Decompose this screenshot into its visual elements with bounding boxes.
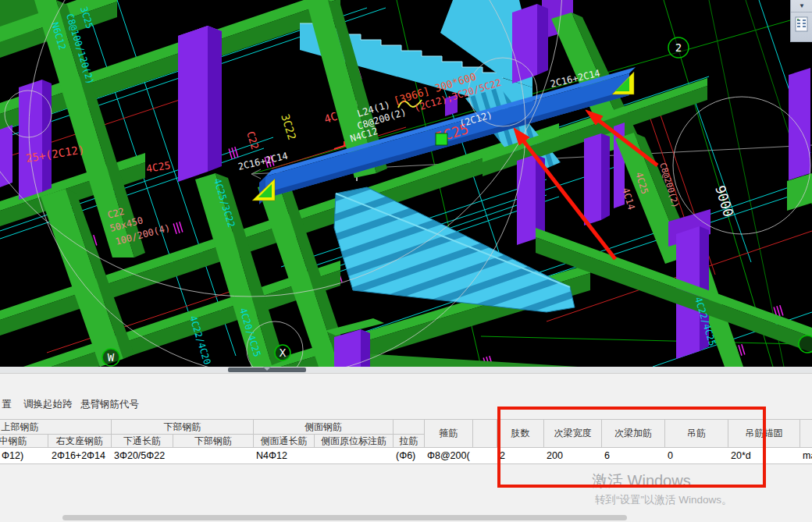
table-column-header: 下通长筋 bbox=[112, 435, 173, 448]
table-value-cell[interactable] bbox=[315, 448, 397, 464]
toolbar-item[interactable]: 调换起始跨 bbox=[23, 395, 73, 414]
table-column-header: 吊筋 bbox=[665, 420, 728, 448]
table-value-cell[interactable] bbox=[473, 448, 500, 464]
table-column-header: 吊筋锚固 bbox=[728, 420, 800, 448]
watermark-title: 激活 Windows bbox=[592, 471, 691, 492]
table-column-header: 侧面原位标注筋 bbox=[315, 435, 394, 448]
grid-bubble-label: X bbox=[280, 346, 287, 359]
watermark-subtitle: 转到“设置”以激活 Windows。 bbox=[595, 493, 732, 507]
viewport-scrollbar-track[interactable] bbox=[0, 367, 812, 373]
rebar-label: 9000 bbox=[712, 183, 736, 218]
table-group-header: 下部钢筋 bbox=[112, 420, 254, 435]
table-value-cell[interactable]: 2 bbox=[497, 448, 547, 464]
rebar-label: C22 bbox=[244, 130, 261, 151]
table-column-header: 肢数 bbox=[497, 420, 544, 448]
table-group-header: 上部钢筋 bbox=[0, 420, 112, 435]
table-value-cell[interactable]: max bbox=[800, 448, 812, 464]
table-column-header: 跨中钢筋 bbox=[0, 435, 48, 448]
application-window: 2WX 3C25C8@100/120(2)N6C1225+(2C12)4C25C… bbox=[0, 0, 812, 522]
table-value-cell[interactable]: 3Φ20/5Φ22 bbox=[112, 448, 176, 464]
chevron-down-icon[interactable]: ▼ bbox=[791, 0, 812, 12]
table-value-cell[interactable]: (Φ6) bbox=[394, 448, 427, 464]
beam-grip-middle bbox=[436, 133, 447, 145]
viewport-mini-toolbar: ▼ bbox=[790, 0, 812, 42]
panel-toolbar: 置调换起始跨悬臂钢筋代号 bbox=[0, 395, 812, 414]
table-column-header: 下部钢筋 bbox=[173, 435, 254, 448]
scrollbar-notch-icon bbox=[263, 367, 271, 371]
grid-bubble-label: 2 bbox=[675, 41, 682, 54]
table-group-header: 侧面钢筋 bbox=[254, 420, 394, 435]
table-column-header: 次梁宽度 bbox=[544, 420, 602, 448]
rebar-label: 4C25 bbox=[145, 159, 171, 175]
table-value-cell[interactable]: 2Φ16+2Φ14 bbox=[48, 448, 115, 464]
table-value-cell[interactable]: N4Φ12 bbox=[254, 448, 317, 464]
table-column-header: 侧面通长筋 bbox=[254, 435, 315, 448]
grid-bubble-label: W bbox=[108, 351, 115, 364]
table-column-header: 次梁加筋 bbox=[602, 420, 665, 448]
cad-3d-viewport[interactable]: 2WX 3C25C8@100/120(2)N6C1225+(2C12)4C25C… bbox=[0, 0, 812, 367]
view-options-grid-icon[interactable] bbox=[794, 16, 810, 33]
table-value-cell[interactable]: 20*d bbox=[728, 448, 803, 464]
grid-bubble bbox=[799, 336, 812, 353]
table-value-cell[interactable] bbox=[173, 448, 257, 464]
table-group-header bbox=[394, 420, 425, 435]
toolbar-item[interactable]: 置 bbox=[2, 395, 12, 414]
table-value-cell[interactable]: 200 bbox=[544, 448, 604, 464]
toolbar-item[interactable]: 悬臂钢筋代号 bbox=[80, 395, 139, 414]
structure-beams bbox=[0, 0, 812, 367]
rebar-label: 4C bbox=[322, 110, 339, 126]
table-value-cell[interactable]: 0 bbox=[665, 448, 731, 464]
table-value-cell[interactable]: 6 bbox=[602, 448, 668, 464]
table-value-cell[interactable]: Φ8@200( bbox=[425, 448, 475, 464]
rebar-label: 3C22 bbox=[279, 112, 298, 141]
table-column-header bbox=[473, 420, 497, 448]
table-column-header: 拉筋 bbox=[394, 435, 425, 448]
table-scrollbar-thumb[interactable] bbox=[62, 515, 627, 520]
table-column-header: 右支座钢筋 bbox=[48, 435, 112, 448]
rebar-table: 上部钢筋下部钢筋侧面钢筋跨中钢筋Φ12)右支座钢筋2Φ16+2Φ14下通长筋3Φ… bbox=[0, 420, 812, 464]
table-column-header: 箍筋 bbox=[425, 420, 473, 448]
table-column-header: 箍 bbox=[800, 420, 812, 448]
